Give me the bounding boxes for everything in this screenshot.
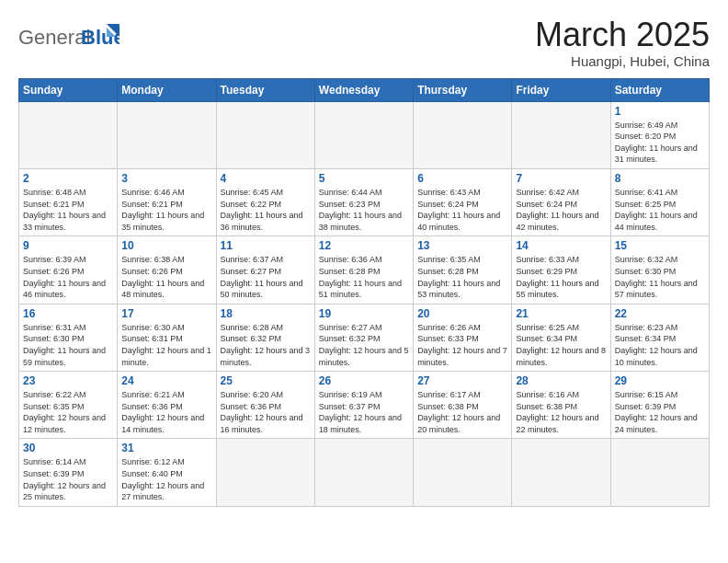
- calendar-cell: [610, 439, 709, 506]
- day-number: 30: [23, 442, 113, 454]
- calendar-cell: [314, 439, 413, 506]
- calendar-cell: 24Sunrise: 6:21 AM Sunset: 6:36 PM Dayli…: [118, 372, 216, 439]
- day-number: 31: [121, 442, 211, 454]
- header: General Blue March 2025 Huangpi, Hubei, …: [18, 17, 710, 69]
- day-info: Sunrise: 6:25 AM Sunset: 6:34 PM Dayligh…: [516, 322, 606, 368]
- day-info: Sunrise: 6:39 AM Sunset: 6:26 PM Dayligh…: [23, 254, 113, 300]
- calendar: Sunday Monday Tuesday Wednesday Thursday…: [18, 78, 710, 507]
- day-info: Sunrise: 6:35 AM Sunset: 6:28 PM Dayligh…: [417, 254, 507, 300]
- day-info: Sunrise: 6:32 AM Sunset: 6:30 PM Dayligh…: [615, 254, 705, 300]
- title-block: March 2025 Huangpi, Hubei, China: [535, 17, 710, 69]
- day-info: Sunrise: 6:19 AM Sunset: 6:37 PM Dayligh…: [319, 389, 409, 435]
- calendar-cell: 14Sunrise: 6:33 AM Sunset: 6:29 PM Dayli…: [512, 236, 610, 304]
- day-info: Sunrise: 6:17 AM Sunset: 6:38 PM Dayligh…: [417, 389, 507, 435]
- calendar-cell: 21Sunrise: 6:25 AM Sunset: 6:34 PM Dayli…: [512, 304, 610, 371]
- day-info: Sunrise: 6:48 AM Sunset: 6:21 PM Dayligh…: [23, 187, 113, 233]
- day-info: Sunrise: 6:12 AM Sunset: 6:40 PM Dayligh…: [121, 456, 211, 502]
- calendar-cell: 20Sunrise: 6:26 AM Sunset: 6:33 PM Dayli…: [414, 304, 512, 371]
- day-info: Sunrise: 6:38 AM Sunset: 6:26 PM Dayligh…: [121, 254, 211, 300]
- day-number: 29: [615, 374, 705, 387]
- day-number: 4: [221, 172, 311, 185]
- day-info: Sunrise: 6:36 AM Sunset: 6:28 PM Dayligh…: [319, 254, 409, 300]
- day-number: 27: [417, 374, 507, 387]
- calendar-cell: 3Sunrise: 6:46 AM Sunset: 6:21 PM Daylig…: [118, 168, 216, 236]
- day-number: 10: [121, 239, 211, 252]
- day-info: Sunrise: 6:49 AM Sunset: 6:20 PM Dayligh…: [615, 120, 705, 166]
- day-info: Sunrise: 6:20 AM Sunset: 6:36 PM Dayligh…: [221, 389, 311, 435]
- day-number: 20: [417, 307, 507, 320]
- calendar-cell: 8Sunrise: 6:41 AM Sunset: 6:25 PM Daylig…: [610, 168, 709, 236]
- calendar-cell: [414, 101, 512, 168]
- day-number: 21: [516, 307, 606, 320]
- location-subtitle: Huangpi, Hubei, China: [535, 53, 710, 69]
- calendar-cell: 30Sunrise: 6:14 AM Sunset: 6:39 PM Dayli…: [19, 439, 118, 506]
- day-info: Sunrise: 6:22 AM Sunset: 6:35 PM Dayligh…: [23, 389, 113, 435]
- day-info: Sunrise: 6:16 AM Sunset: 6:38 PM Dayligh…: [516, 389, 606, 435]
- day-number: 5: [319, 172, 409, 185]
- calendar-cell: 25Sunrise: 6:20 AM Sunset: 6:36 PM Dayli…: [216, 372, 314, 439]
- calendar-cell: 17Sunrise: 6:30 AM Sunset: 6:31 PM Dayli…: [118, 304, 216, 371]
- calendar-cell: 9Sunrise: 6:39 AM Sunset: 6:26 PM Daylig…: [19, 236, 118, 304]
- day-number: 12: [319, 239, 409, 252]
- day-number: 7: [516, 172, 606, 185]
- day-number: 23: [23, 374, 113, 387]
- day-number: 24: [121, 374, 211, 387]
- day-number: 17: [121, 307, 211, 320]
- header-wednesday: Wednesday: [314, 78, 413, 101]
- day-info: Sunrise: 6:31 AM Sunset: 6:30 PM Dayligh…: [23, 322, 113, 368]
- calendar-cell: 27Sunrise: 6:17 AM Sunset: 6:38 PM Dayli…: [414, 372, 512, 439]
- day-number: 3: [121, 172, 211, 185]
- logo-text: General Blue: [18, 17, 119, 59]
- day-number: 26: [319, 374, 409, 387]
- calendar-cell: [216, 439, 314, 506]
- header-sunday: Sunday: [19, 78, 118, 101]
- day-number: 6: [417, 172, 507, 185]
- day-info: Sunrise: 6:33 AM Sunset: 6:29 PM Dayligh…: [516, 254, 606, 300]
- calendar-cell: 6Sunrise: 6:43 AM Sunset: 6:24 PM Daylig…: [414, 168, 512, 236]
- day-info: Sunrise: 6:45 AM Sunset: 6:22 PM Dayligh…: [221, 187, 311, 233]
- calendar-cell: [512, 101, 610, 168]
- day-number: 11: [221, 239, 311, 252]
- day-info: Sunrise: 6:23 AM Sunset: 6:34 PM Dayligh…: [615, 322, 705, 368]
- day-info: Sunrise: 6:28 AM Sunset: 6:32 PM Dayligh…: [221, 322, 311, 368]
- header-monday: Monday: [118, 78, 216, 101]
- day-number: 15: [615, 239, 705, 252]
- calendar-cell: [118, 101, 216, 168]
- day-number: 9: [23, 239, 113, 252]
- calendar-cell: 2Sunrise: 6:48 AM Sunset: 6:21 PM Daylig…: [19, 168, 118, 236]
- day-number: 25: [221, 374, 311, 387]
- day-number: 1: [615, 105, 705, 118]
- calendar-cell: [314, 101, 413, 168]
- calendar-cell: 26Sunrise: 6:19 AM Sunset: 6:37 PM Dayli…: [314, 372, 413, 439]
- calendar-cell: 31Sunrise: 6:12 AM Sunset: 6:40 PM Dayli…: [118, 439, 216, 506]
- day-info: Sunrise: 6:27 AM Sunset: 6:32 PM Dayligh…: [319, 322, 409, 368]
- header-saturday: Saturday: [610, 78, 709, 101]
- calendar-cell: 19Sunrise: 6:27 AM Sunset: 6:32 PM Dayli…: [314, 304, 413, 371]
- header-tuesday: Tuesday: [216, 78, 314, 101]
- calendar-cell: 22Sunrise: 6:23 AM Sunset: 6:34 PM Dayli…: [610, 304, 709, 371]
- day-number: 22: [615, 307, 705, 320]
- calendar-cell: 23Sunrise: 6:22 AM Sunset: 6:35 PM Dayli…: [19, 372, 118, 439]
- weekday-header-row: Sunday Monday Tuesday Wednesday Thursday…: [19, 78, 710, 101]
- day-number: 18: [221, 307, 311, 320]
- month-title: March 2025: [535, 17, 710, 53]
- day-number: 28: [516, 374, 606, 387]
- day-number: 16: [23, 307, 113, 320]
- day-info: Sunrise: 6:37 AM Sunset: 6:27 PM Dayligh…: [221, 254, 311, 300]
- day-info: Sunrise: 6:30 AM Sunset: 6:31 PM Dayligh…: [121, 322, 211, 368]
- page: General Blue March 2025 Huangpi, Hubei, …: [0, 0, 728, 563]
- calendar-cell: 5Sunrise: 6:44 AM Sunset: 6:23 PM Daylig…: [314, 168, 413, 236]
- calendar-cell: 29Sunrise: 6:15 AM Sunset: 6:39 PM Dayli…: [610, 372, 709, 439]
- day-number: 14: [516, 239, 606, 252]
- calendar-cell: 12Sunrise: 6:36 AM Sunset: 6:28 PM Dayli…: [314, 236, 413, 304]
- day-info: Sunrise: 6:43 AM Sunset: 6:24 PM Dayligh…: [417, 187, 507, 233]
- day-info: Sunrise: 6:46 AM Sunset: 6:21 PM Dayligh…: [121, 187, 211, 233]
- calendar-cell: 1Sunrise: 6:49 AM Sunset: 6:20 PM Daylig…: [610, 101, 709, 168]
- day-info: Sunrise: 6:44 AM Sunset: 6:23 PM Dayligh…: [319, 187, 409, 233]
- day-info: Sunrise: 6:41 AM Sunset: 6:25 PM Dayligh…: [615, 187, 705, 233]
- calendar-cell: 10Sunrise: 6:38 AM Sunset: 6:26 PM Dayli…: [118, 236, 216, 304]
- day-number: 19: [319, 307, 409, 320]
- logo: General Blue: [18, 17, 119, 59]
- calendar-cell: 28Sunrise: 6:16 AM Sunset: 6:38 PM Dayli…: [512, 372, 610, 439]
- day-info: Sunrise: 6:42 AM Sunset: 6:24 PM Dayligh…: [516, 187, 606, 233]
